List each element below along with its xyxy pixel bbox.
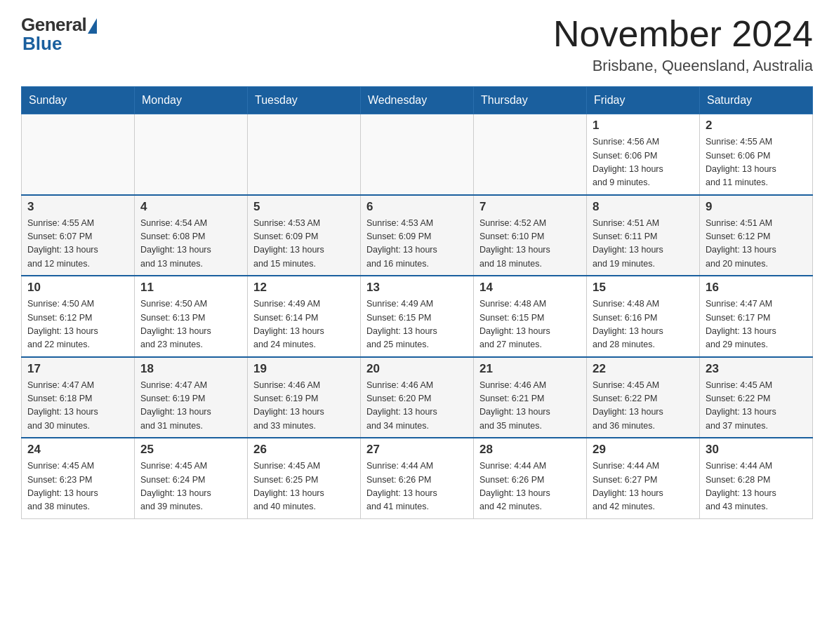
calendar-cell: 22Sunrise: 4:45 AM Sunset: 6:22 PM Dayli… — [587, 357, 700, 438]
calendar-week-row: 3Sunrise: 4:55 AM Sunset: 6:07 PM Daylig… — [22, 195, 813, 276]
calendar-cell: 28Sunrise: 4:44 AM Sunset: 6:26 PM Dayli… — [474, 438, 587, 518]
calendar-cell: 27Sunrise: 4:44 AM Sunset: 6:26 PM Dayli… — [361, 438, 474, 518]
day-number: 11 — [140, 281, 241, 295]
calendar-cell: 19Sunrise: 4:46 AM Sunset: 6:19 PM Dayli… — [248, 357, 361, 438]
day-info: Sunrise: 4:44 AM Sunset: 6:26 PM Dayligh… — [366, 459, 468, 514]
month-title: November 2024 — [553, 14, 813, 54]
day-number: 20 — [366, 362, 468, 376]
logo-triangle-icon — [88, 18, 97, 34]
day-number: 25 — [140, 443, 241, 457]
calendar-cell: 12Sunrise: 4:49 AM Sunset: 6:14 PM Dayli… — [248, 276, 361, 357]
day-number: 23 — [706, 362, 807, 376]
calendar-cell: 8Sunrise: 4:51 AM Sunset: 6:11 PM Daylig… — [587, 195, 700, 276]
day-info: Sunrise: 4:55 AM Sunset: 6:06 PM Dayligh… — [706, 135, 807, 190]
day-info: Sunrise: 4:45 AM Sunset: 6:22 PM Dayligh… — [593, 379, 694, 434]
calendar-cell: 29Sunrise: 4:44 AM Sunset: 6:27 PM Dayli… — [587, 438, 700, 518]
day-number: 3 — [27, 200, 128, 214]
location-title: Brisbane, Queensland, Australia — [553, 57, 813, 75]
day-info: Sunrise: 4:49 AM Sunset: 6:15 PM Dayligh… — [366, 297, 468, 352]
calendar-cell: 14Sunrise: 4:48 AM Sunset: 6:15 PM Dayli… — [474, 276, 587, 357]
day-info: Sunrise: 4:53 AM Sunset: 6:09 PM Dayligh… — [253, 217, 355, 271]
day-number: 4 — [140, 200, 241, 214]
calendar-cell: 5Sunrise: 4:53 AM Sunset: 6:09 PM Daylig… — [248, 195, 361, 276]
day-info: Sunrise: 4:47 AM Sunset: 6:17 PM Dayligh… — [706, 297, 807, 352]
day-number: 28 — [479, 443, 581, 457]
day-info: Sunrise: 4:55 AM Sunset: 6:07 PM Dayligh… — [27, 217, 128, 271]
day-info: Sunrise: 4:52 AM Sunset: 6:10 PM Dayligh… — [479, 217, 581, 271]
day-info: Sunrise: 4:46 AM Sunset: 6:21 PM Dayligh… — [479, 379, 581, 434]
day-info: Sunrise: 4:50 AM Sunset: 6:12 PM Dayligh… — [27, 297, 128, 352]
day-info: Sunrise: 4:48 AM Sunset: 6:16 PM Dayligh… — [593, 297, 694, 352]
day-number: 1 — [593, 119, 694, 133]
day-number: 2 — [706, 119, 807, 133]
day-info: Sunrise: 4:48 AM Sunset: 6:15 PM Dayligh… — [479, 297, 581, 352]
day-number: 9 — [706, 200, 807, 214]
day-info: Sunrise: 4:45 AM Sunset: 6:24 PM Dayligh… — [140, 459, 241, 514]
day-info: Sunrise: 4:44 AM Sunset: 6:26 PM Dayligh… — [479, 459, 581, 514]
day-info: Sunrise: 4:46 AM Sunset: 6:19 PM Dayligh… — [253, 379, 355, 434]
day-number: 27 — [366, 443, 468, 457]
calendar-cell: 20Sunrise: 4:46 AM Sunset: 6:20 PM Dayli… — [361, 357, 474, 438]
day-info: Sunrise: 4:46 AM Sunset: 6:20 PM Dayligh… — [366, 379, 468, 434]
calendar-cell: 4Sunrise: 4:54 AM Sunset: 6:08 PM Daylig… — [135, 195, 248, 276]
day-number: 5 — [253, 200, 355, 214]
day-info: Sunrise: 4:51 AM Sunset: 6:11 PM Dayligh… — [593, 217, 694, 271]
col-header-wednesday: Wednesday — [361, 87, 474, 114]
col-header-saturday: Saturday — [700, 87, 813, 114]
day-number: 12 — [253, 281, 355, 295]
calendar-cell: 15Sunrise: 4:48 AM Sunset: 6:16 PM Dayli… — [587, 276, 700, 357]
calendar-cell: 21Sunrise: 4:46 AM Sunset: 6:21 PM Dayli… — [474, 357, 587, 438]
day-number: 14 — [479, 281, 581, 295]
col-header-sunday: Sunday — [22, 87, 135, 114]
calendar-cell: 11Sunrise: 4:50 AM Sunset: 6:13 PM Dayli… — [135, 276, 248, 357]
calendar-cell: 18Sunrise: 4:47 AM Sunset: 6:19 PM Dayli… — [135, 357, 248, 438]
day-info: Sunrise: 4:45 AM Sunset: 6:23 PM Dayligh… — [27, 459, 128, 514]
day-info: Sunrise: 4:51 AM Sunset: 6:12 PM Dayligh… — [706, 217, 807, 271]
day-number: 24 — [27, 443, 128, 457]
calendar-header-row: SundayMondayTuesdayWednesdayThursdayFrid… — [22, 87, 813, 114]
day-number: 15 — [593, 281, 694, 295]
calendar-cell — [474, 114, 587, 195]
day-info: Sunrise: 4:44 AM Sunset: 6:27 PM Dayligh… — [593, 459, 694, 514]
calendar-cell: 13Sunrise: 4:49 AM Sunset: 6:15 PM Dayli… — [361, 276, 474, 357]
day-number: 17 — [27, 362, 128, 376]
day-info: Sunrise: 4:47 AM Sunset: 6:19 PM Dayligh… — [140, 379, 241, 434]
day-info: Sunrise: 4:45 AM Sunset: 6:22 PM Dayligh… — [706, 379, 807, 434]
day-number: 18 — [140, 362, 241, 376]
day-number: 22 — [593, 362, 694, 376]
day-number: 29 — [593, 443, 694, 457]
col-header-monday: Monday — [135, 87, 248, 114]
day-info: Sunrise: 4:47 AM Sunset: 6:18 PM Dayligh… — [27, 379, 128, 434]
logo: General Blue — [21, 14, 97, 55]
calendar-cell — [135, 114, 248, 195]
day-number: 26 — [253, 443, 355, 457]
calendar-cell: 26Sunrise: 4:45 AM Sunset: 6:25 PM Dayli… — [248, 438, 361, 518]
day-number: 19 — [253, 362, 355, 376]
calendar-cell: 1Sunrise: 4:56 AM Sunset: 6:06 PM Daylig… — [587, 114, 700, 195]
calendar-week-row: 17Sunrise: 4:47 AM Sunset: 6:18 PM Dayli… — [22, 357, 813, 438]
day-info: Sunrise: 4:53 AM Sunset: 6:09 PM Dayligh… — [366, 217, 468, 271]
day-info: Sunrise: 4:49 AM Sunset: 6:14 PM Dayligh… — [253, 297, 355, 352]
calendar-cell — [248, 114, 361, 195]
title-area: November 2024 Brisbane, Queensland, Aust… — [553, 14, 813, 75]
day-info: Sunrise: 4:54 AM Sunset: 6:08 PM Dayligh… — [140, 217, 241, 271]
day-number: 21 — [479, 362, 581, 376]
day-info: Sunrise: 4:45 AM Sunset: 6:25 PM Dayligh… — [253, 459, 355, 514]
calendar-cell: 7Sunrise: 4:52 AM Sunset: 6:10 PM Daylig… — [474, 195, 587, 276]
col-header-friday: Friday — [587, 87, 700, 114]
calendar-cell: 24Sunrise: 4:45 AM Sunset: 6:23 PM Dayli… — [22, 438, 135, 518]
calendar-cell: 16Sunrise: 4:47 AM Sunset: 6:17 PM Dayli… — [700, 276, 813, 357]
col-header-thursday: Thursday — [474, 87, 587, 114]
day-number: 6 — [366, 200, 468, 214]
calendar-table: SundayMondayTuesdayWednesdayThursdayFrid… — [21, 86, 813, 519]
calendar-cell: 30Sunrise: 4:44 AM Sunset: 6:28 PM Dayli… — [700, 438, 813, 518]
calendar-cell: 3Sunrise: 4:55 AM Sunset: 6:07 PM Daylig… — [22, 195, 135, 276]
calendar-week-row: 24Sunrise: 4:45 AM Sunset: 6:23 PM Dayli… — [22, 438, 813, 518]
col-header-tuesday: Tuesday — [248, 87, 361, 114]
calendar-cell: 17Sunrise: 4:47 AM Sunset: 6:18 PM Dayli… — [22, 357, 135, 438]
calendar-cell: 23Sunrise: 4:45 AM Sunset: 6:22 PM Dayli… — [700, 357, 813, 438]
calendar-cell — [361, 114, 474, 195]
day-info: Sunrise: 4:50 AM Sunset: 6:13 PM Dayligh… — [140, 297, 241, 352]
day-number: 13 — [366, 281, 468, 295]
day-number: 16 — [706, 281, 807, 295]
